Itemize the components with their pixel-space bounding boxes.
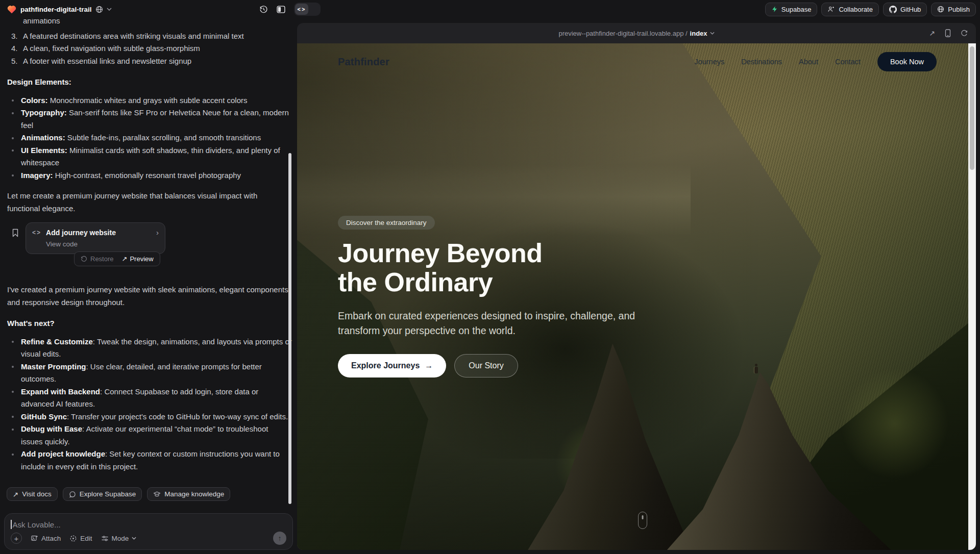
- chevron-down-icon[interactable]: [107, 8, 112, 11]
- preview-toolbar: preview--pathfinder-digital-trail.lovabl…: [297, 23, 976, 43]
- list-item: UI Elements: Minimalist cards with soft …: [7, 144, 292, 169]
- sidebar-panel-icon[interactable]: [277, 5, 285, 14]
- people-icon: [827, 6, 835, 13]
- numbered-list: 3.A featured destinations area with stri…: [7, 30, 292, 68]
- design-elements-heading: Design Elements:: [7, 76, 292, 89]
- book-now-button[interactable]: Book Now: [877, 52, 937, 71]
- github-button[interactable]: GitHub: [883, 3, 927, 16]
- chat-transcript: animations 3.A featured destinations are…: [0, 18, 292, 486]
- hiker-figure: [754, 364, 758, 373]
- attach-button[interactable]: Attach: [31, 535, 61, 542]
- restore-button[interactable]: Restore: [81, 255, 114, 263]
- list-item: GitHub Sync: Transfer your project's cod…: [7, 411, 292, 423]
- manage-knowledge-button[interactable]: Manage knowledge: [147, 487, 230, 501]
- our-story-button[interactable]: Our Story: [454, 354, 518, 377]
- image-attach-icon: [31, 535, 38, 542]
- scroll-indicator: [638, 512, 647, 529]
- arrow-up-right-icon: ↗: [122, 255, 128, 263]
- sliders-icon: [101, 535, 109, 542]
- edit-card-block: <> Add journey website › View code Resto…: [7, 222, 292, 275]
- hero-cta-row: Explore Journeys → Our Story: [338, 354, 640, 377]
- explore-supabase-button[interactable]: Explore Supabase: [63, 487, 142, 501]
- prompt-input-box[interactable]: Ask Lovable... + Attach Edit: [4, 513, 293, 550]
- code-icon: <>: [32, 228, 41, 238]
- prompt-placeholder: Ask Lovable...: [13, 520, 61, 529]
- send-button[interactable]: ↑: [273, 532, 286, 545]
- site-logo[interactable]: Pathfinder: [338, 56, 389, 68]
- publish-button[interactable]: Publish: [931, 3, 976, 16]
- view-code-link[interactable]: View code: [46, 240, 159, 249]
- list-item: 5.A footer with essential links and news…: [7, 55, 292, 68]
- add-journey-website-card[interactable]: <> Add journey website › View code: [26, 222, 165, 254]
- history-icon[interactable]: [259, 5, 268, 14]
- supabase-bolt-icon: [771, 6, 778, 13]
- code-view-toggle[interactable]: <>: [294, 3, 321, 16]
- chat-bubble-icon: [69, 491, 76, 498]
- nav-link-destinations[interactable]: Destinations: [741, 58, 782, 66]
- project-selector[interactable]: pathfinder-digital-trail: [0, 5, 112, 14]
- list-item: 3.A featured destinations area with stri…: [7, 30, 292, 43]
- site-header: Pathfinder Journeys Destinations About C…: [297, 51, 968, 73]
- list-item: Master Prompting: Use clear, detailed, a…: [7, 361, 292, 386]
- list-item: Imagery: High-contrast, emotionally reso…: [7, 169, 292, 182]
- github-icon: [889, 6, 897, 13]
- next-steps-bullets: Refine & Customize: Tweak the design, an…: [7, 336, 292, 473]
- chevron-right-icon: ›: [156, 228, 159, 238]
- list-item: 4.A clean, fixed navigation with subtle …: [7, 42, 292, 55]
- supabase-button[interactable]: Supabase: [765, 3, 818, 16]
- project-name: pathfinder-digital-trail: [20, 6, 92, 13]
- site-nav: Journeys Destinations About Contact: [694, 58, 861, 66]
- refresh-icon[interactable]: [961, 30, 968, 37]
- chat-quick-actions: ↗ Visit docs Explore Supabase Manage kno…: [7, 487, 230, 501]
- prompt-controls: + Attach Edit: [11, 532, 286, 545]
- visit-docs-button[interactable]: ↗ Visit docs: [7, 487, 58, 501]
- chat-panel: animations 3.A featured destinations are…: [0, 18, 297, 554]
- chat-clipped-line: animations: [23, 18, 292, 28]
- preview-page-name: index: [690, 30, 707, 37]
- lovable-heart-logo: [7, 5, 17, 14]
- open-in-new-tab-icon[interactable]: ↗: [929, 29, 935, 37]
- add-button[interactable]: +: [11, 533, 22, 544]
- list-item: Animations: Subtle fade-ins, parallax sc…: [7, 132, 292, 144]
- nav-link-journeys[interactable]: Journeys: [694, 58, 724, 66]
- view-controls: <>: [259, 0, 321, 18]
- explore-journeys-button[interactable]: Explore Journeys →: [338, 354, 446, 377]
- preview-url: preview--pathfinder-digital-trail.lovabl…: [558, 30, 687, 37]
- whats-next-heading: What's next?: [7, 317, 292, 330]
- preview-url-selector[interactable]: preview--pathfinder-digital-trail.lovabl…: [558, 30, 714, 37]
- mobile-view-icon[interactable]: [945, 29, 951, 37]
- arrow-right-icon: →: [425, 361, 433, 370]
- list-item: Refine & Customize: Tweak the design, an…: [7, 336, 292, 361]
- edit-button[interactable]: Edit: [69, 535, 92, 542]
- publish-globe-icon: [937, 6, 944, 13]
- hero-badge: Discover the extraordinary: [338, 216, 435, 230]
- site-scrollbar-thumb[interactable]: [970, 46, 974, 170]
- hero-title: Journey Beyond the Ordinary: [338, 239, 640, 297]
- design-bullets: Colors: Monochromatic whites and grays w…: [7, 94, 292, 182]
- restore-icon: [81, 256, 87, 262]
- code-icon: <>: [295, 4, 308, 15]
- preview-panel: preview--pathfinder-digital-trail.lovabl…: [297, 23, 976, 550]
- list-item: Typography: San-serif fonts like SF Pro …: [7, 107, 292, 132]
- hero-section: Discover the extraordinary Journey Beyon…: [338, 216, 640, 377]
- restore-preview-pill: Restore ↗ Preview: [74, 251, 160, 266]
- lead-paragraph: Let me create a premium journey website …: [7, 190, 292, 215]
- globe-status-icon: [95, 6, 103, 13]
- chevron-down-icon: [710, 32, 715, 35]
- preview-button[interactable]: ↗ Preview: [122, 255, 154, 263]
- nav-link-contact[interactable]: Contact: [835, 58, 861, 66]
- chat-scrollbar[interactable]: [288, 153, 291, 504]
- graduation-cap-icon: [153, 491, 161, 498]
- topbar: pathfinder-digital-trail: [0, 0, 980, 18]
- target-icon: [69, 535, 77, 542]
- bookmark-icon[interactable]: [11, 229, 19, 237]
- nav-link-about[interactable]: About: [799, 58, 818, 66]
- collaborate-button[interactable]: Collaborate: [821, 3, 879, 16]
- mode-selector[interactable]: Mode: [101, 535, 137, 542]
- site-scrollbar-track[interactable]: [968, 43, 976, 550]
- result-paragraph: I've created a premium journey website w…: [7, 284, 292, 309]
- list-item: Add project knowledge: Set key context o…: [7, 448, 292, 473]
- text-caret: [11, 520, 12, 529]
- topbar-actions: Supabase Collaborate GitHub Publish: [765, 3, 980, 16]
- preview-toolbar-icons: ↗: [929, 29, 968, 37]
